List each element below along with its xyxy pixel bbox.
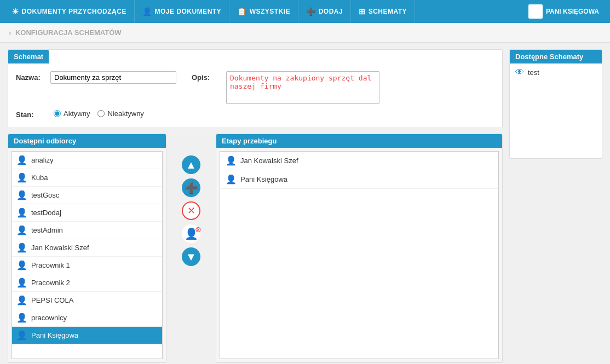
- user-icon: 👤: [16, 295, 27, 305]
- etapy-item-label: Jan Kowalski Szef: [240, 157, 298, 165]
- item-label: PEPSI COLA: [31, 296, 73, 304]
- dodaj-icon: ➕: [306, 7, 316, 16]
- list-item[interactable]: 👤 Kuba: [12, 169, 162, 187]
- user-icon: 👤: [16, 260, 27, 270]
- schemat-header: Schemat: [8, 50, 49, 63]
- list-item[interactable]: 👤 analizy: [12, 152, 162, 169]
- item-label: testAdmin: [31, 226, 63, 234]
- main-content: Schemat Nazwa: Opis: Dokumenty na zakupi…: [0, 43, 610, 364]
- stan-label: Stan:: [16, 108, 46, 119]
- user-icon: 👤: [226, 155, 237, 166]
- list-item[interactable]: 👤 testDodaj: [12, 204, 162, 222]
- etapy-item-label: Pani Księgowa: [240, 175, 287, 183]
- item-label: Pracownik 2: [31, 279, 70, 287]
- stan-row: Stan: Aktywny Nieaktywny: [8, 105, 502, 122]
- user-icon: 👤: [16, 207, 27, 218]
- dostepne-item-label: test: [528, 68, 539, 77]
- user-icon: 👤: [16, 242, 27, 253]
- dostepne-item[interactable]: 👁 test: [510, 63, 602, 81]
- nav-moje-dokumenty[interactable]: 👤 MOJE DOKUMENTY: [135, 0, 229, 23]
- move-down-button[interactable]: ▼: [182, 247, 200, 266]
- item-label: pracownicy: [31, 314, 67, 322]
- user-menu[interactable]: PANI KSIĘGOWA: [522, 0, 606, 23]
- etapy-item[interactable]: 👤 Pani Księgowa: [220, 170, 498, 189]
- move-up-button[interactable]: ▲: [182, 155, 200, 174]
- right-panel: Dostępne Schematy 👁 test: [509, 49, 602, 364]
- odbiorcy-list[interactable]: 👤 analizy 👤 Kuba 👤 testGosc 👤 testDodaj: [11, 151, 163, 359]
- user-icon: 👤: [16, 190, 27, 200]
- list-item[interactable]: 👤 testAdmin: [12, 222, 162, 239]
- radio-aktywny[interactable]: Aktywny: [54, 109, 90, 118]
- etapy-header: Etapy przebiegu: [216, 134, 502, 148]
- nazwa-input[interactable]: [50, 71, 176, 84]
- odbiorcy-panel: Dostępni odbiorcy 👤 analizy 👤 Kuba 👤 tes…: [8, 134, 166, 363]
- remove-user-button[interactable]: 👤⊗: [182, 224, 200, 243]
- dokumenty-icon: ✳: [12, 7, 19, 16]
- list-item[interactable]: 👤 Pracownik 2: [12, 274, 162, 292]
- etapy-list[interactable]: 👤 Jan Kowalski Szef 👤 Pani Księgowa: [220, 151, 499, 359]
- item-label: testGosc: [31, 191, 59, 199]
- nazwa-row: Nazwa: Opis: Dokumenty na zakupiony sprz…: [8, 68, 502, 105]
- nieaktywny-label: Nieaktywny: [107, 109, 143, 118]
- schemat-card: Schemat Nazwa: Opis: Dokumenty na zakupi…: [8, 49, 503, 128]
- opis-label: Opis:: [192, 71, 222, 82]
- radio-nieaktywny[interactable]: Nieaktywny: [97, 109, 143, 118]
- item-label: Pani Księgowa: [31, 331, 78, 339]
- nav-dodaj[interactable]: ➕ DODAJ: [298, 0, 351, 23]
- user-icon: 👤: [16, 155, 27, 165]
- item-label: Pracownik 1: [31, 261, 70, 269]
- item-label: analizy: [31, 156, 53, 164]
- moje-icon: 👤: [142, 7, 152, 16]
- remove-button[interactable]: ✕: [182, 201, 200, 220]
- list-item[interactable]: 👤 Pracownik 1: [12, 257, 162, 274]
- middle-controls: ▲ ➕ ✕ 👤⊗ ▼: [166, 134, 216, 266]
- nazwa-label: Nazwa:: [16, 71, 46, 82]
- item-label: testDodaj: [31, 209, 61, 217]
- breadcrumb: › KONFIGURACJA SCHEMATÓW: [0, 23, 610, 43]
- list-item-selected[interactable]: 👤 Pani Księgowa: [12, 327, 162, 344]
- list-item[interactable]: 👤 pracownicy: [12, 309, 162, 327]
- nav-schematy[interactable]: ⊞ SCHEMATY: [351, 0, 415, 23]
- dostepne-card: Dostępne Schematy 👁 test: [509, 49, 602, 159]
- wszystkie-icon: 📋: [237, 7, 247, 16]
- user-icon: 👤: [16, 330, 27, 340]
- aktywny-label: Aktywny: [64, 109, 90, 118]
- list-item[interactable]: 👤 PEPSI COLA: [12, 292, 162, 309]
- bottom-area: Dostępni odbiorcy 👤 analizy 👤 Kuba 👤 tes…: [8, 134, 503, 363]
- top-navigation: ✳ DOKUMENTY PRZYCHODZĄCE 👤 MOJE DOKUMENT…: [0, 0, 610, 23]
- etapy-item[interactable]: 👤 Jan Kowalski Szef: [220, 152, 498, 170]
- dostepne-header: Dostępne Schematy: [510, 50, 602, 63]
- nav-wszystkie[interactable]: 📋 WSZYSTKIE: [229, 0, 298, 23]
- eye-icon: 👁: [515, 67, 524, 77]
- user-icon: 👤: [16, 313, 27, 323]
- user-icon: 👤: [226, 174, 237, 184]
- item-label: Kuba: [31, 174, 48, 182]
- opis-textarea[interactable]: Dokumenty na zakupiony sprzęt dal naszej…: [226, 71, 379, 104]
- etapy-panel: Etapy przebiegu 👤 Jan Kowalski Szef 👤 Pa…: [216, 134, 503, 363]
- user-icon: 👤: [16, 225, 27, 235]
- odbiorcy-header: Dostępni odbiorcy: [8, 134, 166, 148]
- add-button[interactable]: ➕: [182, 178, 200, 197]
- user-icon: 👤: [16, 278, 27, 288]
- list-item[interactable]: 👤 Jan Kowalski Szef: [12, 239, 162, 257]
- left-panel: Schemat Nazwa: Opis: Dokumenty na zakupi…: [8, 49, 503, 364]
- list-item[interactable]: 👤 testGosc: [12, 187, 162, 204]
- schematy-icon: ⊞: [359, 7, 366, 16]
- user-icon: 👤: [16, 172, 27, 183]
- item-label: Jan Kowalski Szef: [31, 244, 89, 252]
- avatar: [528, 4, 543, 19]
- nav-dokumenty-przychodzace[interactable]: ✳ DOKUMENTY PRZYCHODZĄCE: [4, 0, 135, 23]
